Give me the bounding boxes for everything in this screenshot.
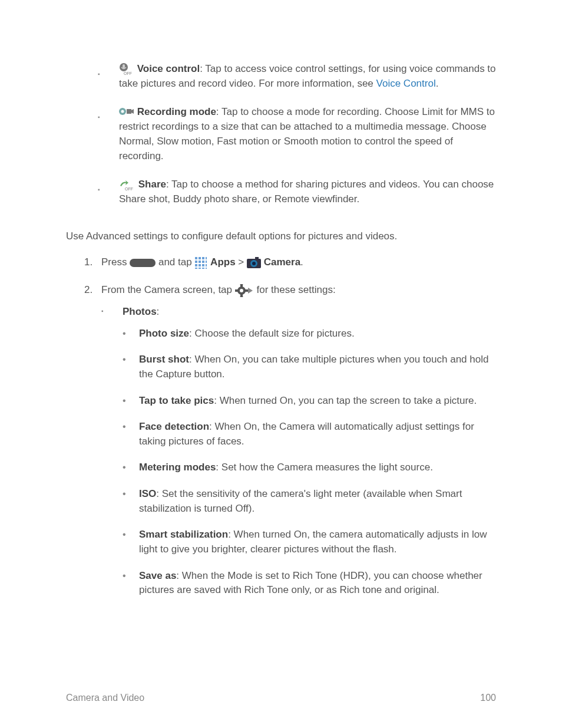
- svg-marker-6: [131, 109, 134, 114]
- svg-rect-21: [206, 264, 207, 266]
- share-off-icon: OFF: [119, 177, 135, 192]
- text: and tap: [158, 256, 194, 268]
- svg-rect-22: [195, 268, 197, 269]
- svg-marker-38: [248, 288, 253, 294]
- svg-rect-18: [195, 264, 197, 266]
- svg-rect-11: [199, 257, 201, 259]
- opt-title: Save as: [139, 570, 176, 581]
- photos-label: Photos: [123, 306, 157, 317]
- opt-title: Face detection: [139, 421, 209, 432]
- opt-text: : When turned On, you can tap the screen…: [214, 395, 477, 406]
- opt-title: Smart stabilization: [139, 529, 228, 540]
- apps-grid-icon: [194, 256, 207, 271]
- svg-rect-13: [206, 257, 207, 259]
- svg-rect-23: [199, 268, 201, 269]
- recording-mode-icon: [119, 106, 134, 120]
- home-button-icon: [130, 256, 156, 271]
- photo-options-list: Photo size: Choose the default size for …: [123, 327, 496, 598]
- svg-rect-33: [235, 289, 238, 292]
- opt-text: : Set the sensitivity of the camera's li…: [139, 488, 462, 514]
- list-item: Metering modes: Set how the Camera measu…: [123, 460, 496, 475]
- text: Press: [101, 256, 130, 268]
- text: for these settings:: [257, 284, 336, 295]
- svg-point-37: [240, 289, 243, 292]
- period: .: [300, 256, 303, 268]
- list-item: Save as: When the Mode is set to Rich To…: [123, 569, 496, 598]
- list-item: Tap to take pics: When turned On, you ca…: [123, 394, 496, 409]
- svg-rect-12: [202, 257, 204, 259]
- step-1: Press and tap Apps >: [95, 255, 496, 270]
- svg-rect-19: [199, 264, 201, 266]
- voice-control-off-icon: OFF: [119, 62, 134, 77]
- svg-rect-10: [195, 257, 197, 259]
- item-title: Recording mode: [137, 106, 216, 117]
- footer-page-number: 100: [480, 691, 496, 704]
- opt-text: : Choose the default size for pictures.: [189, 328, 355, 339]
- settings-gear-icon: [235, 283, 254, 298]
- svg-rect-8: [130, 259, 156, 267]
- list-item: Burst shot: When On, you can take multip…: [123, 353, 496, 381]
- item-text-tail: .: [436, 78, 439, 89]
- list-item: Photo size: Choose the default size for …: [123, 327, 496, 341]
- list-item: Recording mode: Tap to choose a mode for…: [98, 105, 496, 163]
- svg-rect-20: [202, 264, 204, 266]
- svg-point-29: [252, 262, 256, 265]
- opt-text: : When the Mode is set to Rich Tone (HDR…: [139, 570, 482, 596]
- list-item: Smart stabilization: When turned On, the…: [123, 528, 496, 556]
- steps-list: Press and tap Apps >: [80, 255, 496, 598]
- svg-rect-27: [255, 257, 259, 259]
- item-title: Share: [138, 179, 166, 190]
- opt-text: : When On, you can take multiple picture…: [139, 354, 488, 380]
- svg-rect-25: [206, 268, 207, 269]
- page-footer: Camera and Video 100: [66, 691, 496, 704]
- sub-bullet-list: Photos: Photo size: Choose the default s…: [101, 305, 496, 598]
- page: OFF Voice control: Tap to access voice c…: [0, 0, 562, 728]
- list-item: OFF Voice control: Tap to access voice c…: [98, 62, 496, 91]
- voice-control-link[interactable]: Voice Control: [376, 78, 436, 89]
- camera-app-icon: [247, 256, 261, 271]
- svg-rect-17: [206, 261, 207, 263]
- svg-rect-34: [245, 289, 248, 292]
- list-item: Face detection: When On, the Camera will…: [123, 420, 496, 449]
- svg-rect-15: [199, 261, 201, 263]
- advanced-intro: Use Advanced settings to configure defau…: [66, 229, 496, 244]
- opt-text: : Set how the Camera measures the light …: [216, 462, 433, 473]
- list-item: Photos: Photo size: Choose the default s…: [101, 305, 496, 598]
- list-item: OFF Share: Tap to choose a method for sh…: [98, 177, 496, 206]
- item-title: Voice control: [137, 63, 200, 74]
- opt-title: Metering modes: [139, 462, 216, 473]
- list-item: ISO: Set the sensitivity of the camera's…: [123, 487, 496, 516]
- camera-label: Camera: [264, 256, 300, 268]
- gt: >: [238, 256, 247, 268]
- svg-rect-24: [202, 268, 204, 269]
- svg-rect-5: [127, 109, 131, 114]
- top-bullet-list: OFF Voice control: Tap to access voice c…: [98, 62, 496, 207]
- svg-rect-16: [202, 261, 204, 263]
- item-text: : Tap to choose a method for sharing pic…: [119, 179, 494, 205]
- svg-text:OFF: OFF: [124, 71, 132, 75]
- svg-text:OFF: OFF: [125, 187, 133, 191]
- opt-title: Photo size: [139, 328, 189, 339]
- opt-title: ISO: [139, 488, 156, 499]
- step-2: From the Camera screen, tap fo: [95, 283, 496, 598]
- svg-point-4: [121, 110, 124, 113]
- text: From the Camera screen, tap: [101, 284, 235, 295]
- apps-label: Apps: [210, 256, 236, 268]
- opt-title: Tap to take pics: [139, 395, 214, 406]
- svg-rect-1: [123, 64, 125, 68]
- footer-section: Camera and Video: [66, 691, 144, 704]
- svg-rect-14: [195, 261, 197, 263]
- opt-title: Burst shot: [139, 354, 189, 365]
